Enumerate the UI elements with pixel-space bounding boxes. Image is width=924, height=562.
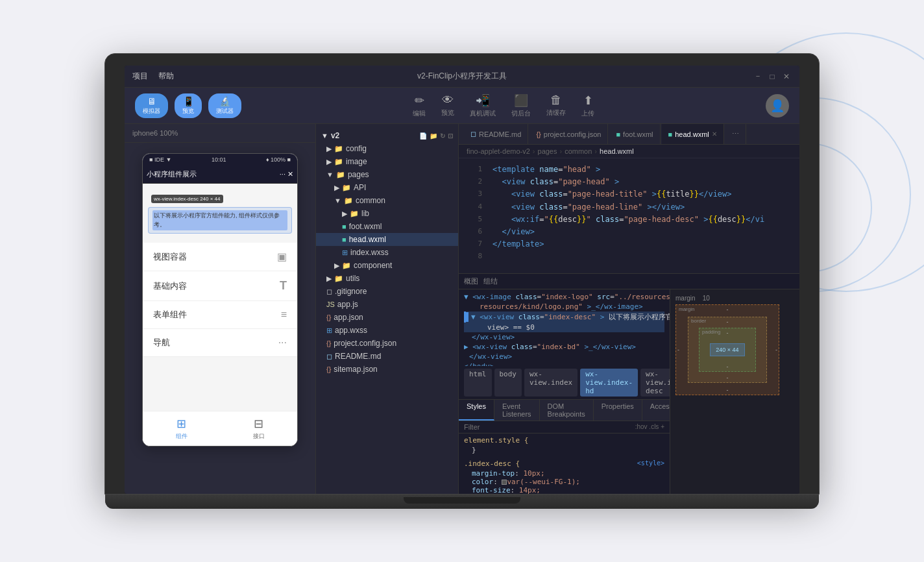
toolbar-action-preview[interactable]: 👁 预览: [441, 93, 454, 118]
phone-bottom-nav-api[interactable]: ⊟ 接口: [220, 411, 297, 446]
breadcrumb-item-2: common: [565, 147, 592, 155]
test-btn[interactable]: 🔬 测试器: [208, 93, 241, 118]
background-icon: ⬛: [514, 93, 528, 108]
styles-tab-properties[interactable]: Properties: [594, 400, 642, 421]
file-tree-root[interactable]: ▼ v2 📄 📁 ↻ ⊡: [316, 129, 458, 142]
tab-project-config[interactable]: {} project.config.json: [529, 124, 608, 144]
tree-item-readme[interactable]: ◻ README.md: [316, 350, 458, 363]
style-prop-color: color: var(--weui-FG-1);: [472, 478, 664, 486]
tree-item-config[interactable]: ▶ 📁 config: [316, 142, 458, 155]
pages-folder-icon: 📁: [336, 171, 345, 179]
tree-action-new-folder[interactable]: 📁: [430, 132, 437, 140]
box-model-margin: - - - - border - padding: [675, 304, 779, 395]
style-filter-input[interactable]: [464, 423, 630, 431]
toolbar-action-background[interactable]: ⬛ 切后台: [511, 93, 531, 118]
tree-item-common[interactable]: ▼ 📁 common: [316, 194, 458, 207]
head-wxml-tab-close[interactable]: ✕: [712, 130, 717, 138]
editor-area: ◻ README.md {} project.config.json ■ foo…: [459, 124, 799, 494]
tree-item-lib[interactable]: ▶ 📁 lib: [316, 207, 458, 220]
tree-item-api[interactable]: ▶ 📁 API: [316, 181, 458, 194]
window-minimize-btn[interactable]: －: [753, 71, 763, 82]
styles-tab-accessibility[interactable]: Accessibility: [642, 400, 670, 421]
elem-html[interactable]: html: [464, 369, 492, 397]
tree-item-app-js[interactable]: JS app.js: [316, 298, 458, 311]
tree-item-gitignore[interactable]: ◻ .gitignore: [316, 285, 458, 298]
api-folder-icon: 📁: [342, 184, 351, 192]
app-window: 项目 帮助 v2-FinClip小程序开发工具 － □ ✕ 🖥: [125, 66, 799, 494]
tree-item-sitemap[interactable]: {} sitemap.json: [316, 363, 458, 376]
html-tree-line-2[interactable]: ▼ <wx-view class="index-desc" > 以下将展示小程序…: [464, 312, 664, 323]
box-padding-top: -: [727, 330, 729, 336]
tree-item-utils[interactable]: ▶ 📁 utils: [316, 272, 458, 285]
html-tree-line-3: view> == $0: [464, 323, 664, 332]
phone-nav-item-3[interactable]: 导航 ···: [143, 329, 297, 357]
test-label: 测试器: [216, 107, 234, 116]
styles-tab-styles[interactable]: Styles: [459, 400, 494, 421]
tab-head-wxml[interactable]: ■ head.wxml ✕: [662, 124, 724, 144]
tree-item-component[interactable]: ▶ 📁 component: [316, 259, 458, 272]
elem-body[interactable]: body: [494, 369, 522, 397]
tab-more[interactable]: ⋯: [725, 124, 746, 144]
box-margin-label: margin: [679, 306, 694, 312]
test-icon: 🔬: [219, 96, 230, 106]
toolbar-action-edit[interactable]: ✏ 编辑: [413, 93, 426, 118]
app-json-label: app.json: [334, 313, 363, 322]
phone-body: wx-view.index-desc 240 × 44 以下将展示小程序官方组件…: [143, 184, 297, 411]
tree-item-head-wxml[interactable]: ■ head.wxml: [316, 233, 458, 246]
elem-wx-view-index-hd[interactable]: wx-view.index-hd: [580, 369, 638, 397]
phone-highlight-box: wx-view.index-desc 240 × 44 以下将展示小程序官方组件…: [148, 207, 292, 234]
code-editor[interactable]: 1 <template name="head" > 2: [459, 158, 799, 273]
element-selector: 概图 组结: [459, 274, 799, 289]
phone-nav-item-2[interactable]: 表单组件 ≡: [143, 301, 297, 329]
phone-selected-text: 以下将展示小程序官方组件能力, 组件样式仅供参考。: [152, 210, 287, 230]
devtools-panel: 概图 组结 ▼ <wx-image class="index-l: [459, 273, 799, 494]
head-wxml-icon: ■: [342, 236, 346, 243]
window-close-btn[interactable]: ✕: [781, 71, 792, 82]
tree-item-pages[interactable]: ▼ 📁 pages: [316, 168, 458, 181]
breadcrumb-sep-2: ›: [594, 147, 597, 155]
user-avatar[interactable]: 👤: [766, 94, 789, 117]
tree-item-image[interactable]: ▶ 📁 image: [316, 155, 458, 168]
phone-bottom-nav-components[interactable]: ⊞ 组件: [143, 411, 220, 446]
foot-wxml-tab-label: foot.wxml: [623, 130, 653, 138]
elem-wx-view-index[interactable]: wx-view.index: [524, 369, 578, 397]
readme-label: README.md: [335, 352, 381, 361]
styles-tab-event-listeners[interactable]: Event Listeners: [494, 400, 540, 421]
code-line-5: 5 <wx:if="{{desc}}" class="page-head-des…: [459, 214, 799, 226]
title-bar: 项目 帮助 v2-FinClip小程序开发工具 － □ ✕: [125, 66, 799, 88]
device-label: iphone6 100%: [132, 129, 178, 137]
toolbar-action-clear-cache[interactable]: 🗑 清缓存: [546, 93, 566, 118]
tree-action-refresh[interactable]: ↻: [440, 132, 445, 140]
phone-nav-item-0[interactable]: 视图容器 ▣: [143, 243, 297, 271]
toolbar-action-device-debug[interactable]: 📲 真机调试: [470, 93, 496, 118]
lib-expand-icon: ▶: [342, 210, 347, 218]
tree-item-index-wxss[interactable]: ⊞ index.wxss: [316, 246, 458, 259]
phone-title-more[interactable]: ··· ✕: [280, 170, 293, 178]
tree-item-foot-wxml[interactable]: ■ foot.wxml: [316, 220, 458, 233]
box-model-border: border - padding - 240 × 44: [688, 317, 767, 383]
toolbar-action-upload[interactable]: ⬆ 上传: [581, 93, 594, 118]
phone-nav-item-1[interactable]: 基础内容 T: [143, 271, 297, 301]
api-nav-label: 接口: [253, 432, 265, 441]
menu-item-project[interactable]: 项目: [132, 71, 148, 82]
phone-title: 小程序组件展示: [147, 169, 197, 179]
code-line-2: 2 <view class="page-head" >: [459, 176, 799, 188]
head-wxml-tab-label: head.wxml: [675, 130, 709, 138]
menu-item-help[interactable]: 帮助: [158, 71, 174, 82]
tab-readme[interactable]: ◻ README.md: [464, 124, 528, 144]
tree-action-collapse[interactable]: ⊡: [448, 132, 453, 140]
elem-wx-view-index-desc[interactable]: wx-view.index-desc: [640, 369, 670, 397]
preview-toolbar-btn[interactable]: 📱 预览: [175, 93, 202, 118]
styles-tab-dom-breakpoints[interactable]: DOM Breakpoints: [540, 400, 594, 421]
tab-foot-wxml[interactable]: ■ foot.wxml: [609, 124, 660, 144]
tree-action-new-file[interactable]: 📄: [419, 132, 427, 140]
simulation-btn[interactable]: 🖥 模拟器: [135, 93, 168, 118]
line-num-2: 2: [464, 176, 482, 188]
html-tree[interactable]: ▼ <wx-image class="index-logo" src="../r…: [459, 289, 670, 366]
tree-item-app-json[interactable]: {} app.json: [316, 311, 458, 324]
line-num-1: 1: [464, 164, 482, 175]
window-maximize-btn[interactable]: □: [767, 71, 777, 82]
tree-item-project-config[interactable]: {} project.config.json: [316, 337, 458, 350]
code-line-3: 3 <view class="page-head-title" >{{title…: [459, 188, 799, 201]
tree-item-app-wxss[interactable]: ⊞ app.wxss: [316, 324, 458, 337]
